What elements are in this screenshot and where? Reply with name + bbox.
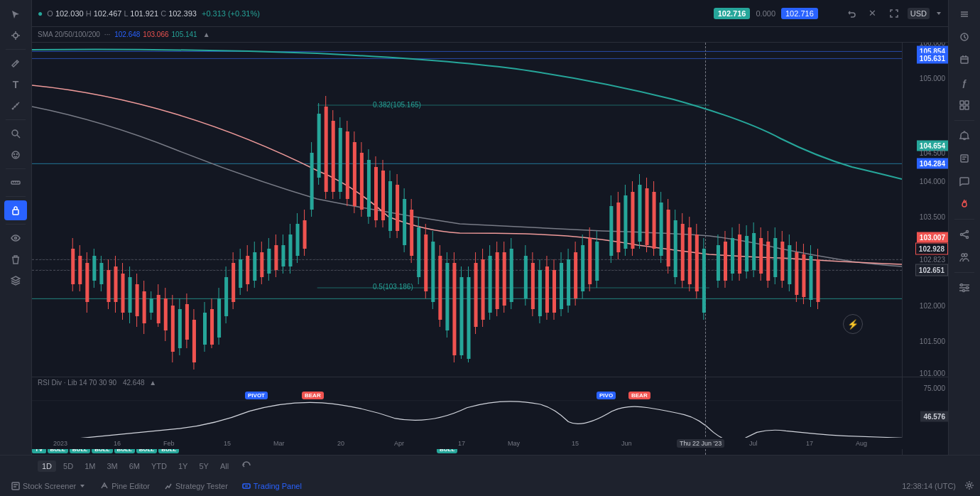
news-icon[interactable] [953, 149, 976, 168]
tf-1y[interactable]: 1Y [174, 460, 192, 472]
calendar-icon[interactable] [953, 50, 976, 70]
candlestick-chart [32, 43, 902, 377]
price-1015: 101.500 [920, 338, 945, 345]
price-axis: 106.000 105.854 105.631 105.000 104.654 … [902, 43, 948, 377]
expand-btn[interactable] [886, 6, 902, 21]
sep2 [6, 119, 26, 120]
l-val: 101.921 [130, 9, 158, 18]
fire-icon[interactable] [953, 194, 976, 214]
chart-canvas[interactable] [32, 43, 902, 377]
svg-rect-25 [961, 57, 968, 63]
text-tool[interactable]: T [4, 75, 27, 95]
sep5 [6, 224, 26, 225]
svg-rect-31 [960, 106, 964, 109]
trash-tool[interactable] [4, 249, 27, 269]
tf-1m[interactable]: 1M [80, 460, 99, 472]
header-right: 102.716 0.000 102.716 ✕ USD [714, 6, 942, 21]
stock-screener-chevron [79, 482, 86, 490]
crosshair-tool[interactable] [4, 26, 27, 45]
svg-rect-203 [609, 206, 613, 256]
clock-icon[interactable] [953, 27, 976, 47]
watchlist-icon[interactable] [953, 4, 976, 24]
chart-header: ● O 102.030 H 102.467 L 101.921 C 102.39… [32, 0, 948, 27]
tf-3m[interactable]: 3M [102, 460, 121, 472]
chat-icon[interactable] [953, 171, 976, 191]
svg-rect-99 [224, 277, 228, 316]
chart-types-icon[interactable] [953, 95, 976, 115]
svg-rect-71 [121, 274, 125, 313]
svg-rect-65 [99, 263, 103, 284]
svg-rect-73 [129, 277, 132, 313]
svg-point-9 [12, 130, 18, 136]
sep4 [6, 196, 26, 197]
svg-rect-95 [210, 309, 214, 345]
date-highlight: Thu 22 Jun '23 [677, 439, 724, 448]
date-2023: 2023 [53, 440, 67, 447]
emoji-tool[interactable] [4, 145, 27, 165]
o-label: O [47, 9, 55, 18]
sma-sep: ··· [104, 31, 110, 38]
svg-point-47 [967, 287, 969, 289]
stock-screener-btn[interactable]: Stock Screener [6, 480, 92, 492]
pencil-tool[interactable] [4, 53, 27, 73]
tf-5d[interactable]: 5D [59, 460, 77, 472]
tf-1d[interactable]: 1D [38, 460, 56, 472]
trading-panel-btn[interactable]: Trading Panel [236, 480, 307, 492]
lightning-badge[interactable]: ⚡ [843, 314, 863, 334]
bottom-settings-btn[interactable] [964, 480, 974, 492]
zoom-tool[interactable] [4, 124, 27, 144]
currency-label[interactable]: USD [908, 8, 930, 19]
indicators-icon[interactable]: ƒ [953, 72, 976, 92]
price-badge-102928: 102.928 [915, 243, 948, 255]
zero-val: 0.000 [756, 9, 775, 18]
svg-point-12 [14, 154, 15, 155]
sma-bar: SMA 20/50/100/200 ··· 102.648 103.066 10… [32, 27, 948, 43]
pine-editor-btn[interactable]: Pine Editor [94, 480, 156, 492]
svg-rect-139 [367, 160, 371, 217]
ruler-tool[interactable] [4, 173, 27, 193]
svg-rect-67 [107, 270, 110, 302]
close-header-btn[interactable]: ✕ [865, 6, 881, 21]
replay-btn[interactable] [241, 460, 251, 472]
svg-rect-63 [92, 256, 96, 281]
left-toolbar: T [0, 0, 32, 455]
undo-btn[interactable] [844, 6, 859, 21]
svg-point-48 [963, 290, 965, 292]
sma-chevron-up: ▲ [203, 31, 210, 38]
date-jun: Jun [621, 440, 632, 447]
people-icon[interactable] [953, 247, 976, 267]
bear-badge-2: BEAR [628, 392, 650, 399]
svg-point-42 [964, 254, 967, 257]
svg-rect-161 [445, 263, 449, 330]
cursor-tool[interactable] [4, 4, 27, 24]
sep1 [6, 49, 26, 50]
tf-ytd[interactable]: YTD [147, 460, 171, 472]
sma-val1: 102.648 [114, 31, 140, 38]
share-icon[interactable] [953, 225, 976, 244]
layers-tool[interactable] [4, 271, 27, 291]
chart-main: 0.382(105.165) 0.5(103.186) [32, 43, 948, 377]
status-bar: Stock Screener Pine Editor Strategy Test… [0, 476, 980, 496]
price-badge-105631: 105.631 [917, 53, 948, 64]
change-val: +0.313 (+0.31%) [202, 9, 260, 18]
rsi-75: 75.000 [923, 384, 945, 392]
c-val: 102.393 [168, 9, 197, 18]
price-badge-104284: 104.284 [917, 158, 948, 169]
pivot-badge-2: PIVO [597, 392, 616, 399]
alert-bell-icon[interactable] [953, 126, 976, 146]
date-jul: Jul [749, 440, 758, 447]
svg-point-13 [17, 154, 18, 155]
lock-tool[interactable] [4, 200, 27, 220]
eye-tool[interactable] [4, 228, 27, 248]
settings-rows-icon[interactable] [953, 278, 976, 298]
date-15b: 15 [572, 440, 579, 447]
l-label: L [124, 9, 131, 18]
tf-5y[interactable]: 5Y [195, 460, 212, 472]
measure-tool[interactable] [4, 96, 27, 116]
tf-6m[interactable]: 6M [125, 460, 144, 472]
svg-rect-33 [961, 155, 968, 162]
date-aug: Aug [856, 440, 867, 447]
tf-all[interactable]: All [216, 460, 233, 472]
ohlc-info: O 102.030 H 102.467 L 101.921 C 102.393 … [47, 9, 260, 18]
strategy-tester-btn[interactable]: Strategy Tester [158, 480, 234, 492]
